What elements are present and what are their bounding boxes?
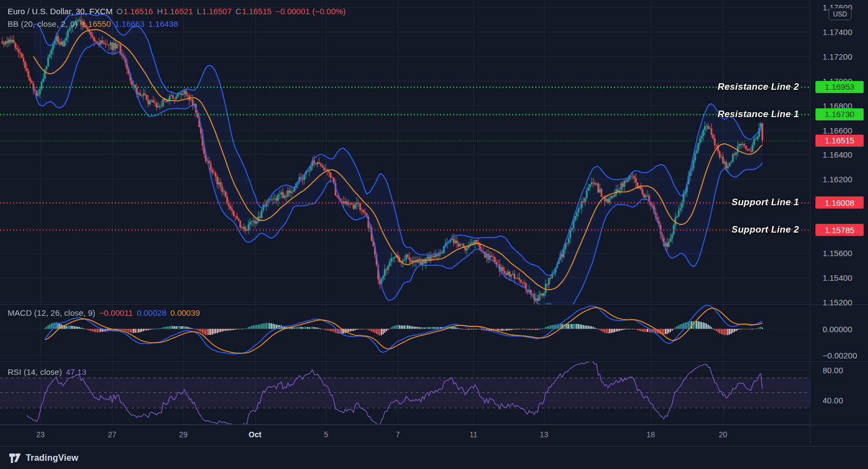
time-tick-label: 13	[540, 430, 548, 439]
level-price-badge: 1.15785	[815, 224, 864, 236]
pane-separator	[811, 361, 868, 362]
time-tick-label: 7	[396, 430, 400, 439]
level-price-badge: 1.16730	[815, 108, 864, 120]
symbol-title: Euro / U.S. Dollar, 30, FXCM	[8, 7, 113, 16]
ohlc-high: H1.16521	[157, 7, 193, 16]
price-axis[interactable]: USD 1.176001.174001.172001.170001.168001…	[810, 0, 868, 446]
level-price-badge: 1.16008	[815, 196, 864, 209]
price-change: −0.00001 (−0.00%)	[275, 7, 345, 16]
price-tick-label: 1.15200	[823, 297, 852, 306]
bb-upper-value: 1.16663	[115, 19, 144, 28]
time-tick-label: 27	[108, 430, 117, 439]
tradingview-chart-widget: Euro / U.S. Dollar, 30, FXCM O1.16516 H1…	[0, 0, 868, 469]
price-tick-label: 1.17200	[823, 52, 852, 61]
time-tick-label: 23	[36, 430, 45, 439]
support-line-label[interactable]: Support Line 1	[732, 197, 799, 208]
ohlc-close: C1.16515	[235, 7, 271, 16]
support-line-label[interactable]: Support Line 2	[732, 224, 799, 235]
brand-name: TradingView	[26, 453, 78, 463]
macd-tick-label: −0.00200	[823, 350, 857, 360]
ohlc-open: O1.16516	[117, 7, 153, 16]
macd-line-value: 0.00028	[137, 308, 166, 317]
bb-lower-value: 1.16438	[148, 19, 178, 28]
rsi-legend[interactable]: RSI (14, close) 47.13	[8, 367, 86, 377]
macd-legend[interactable]: MACD (12, 26, close, 9) −0.00011 0.00028…	[8, 308, 200, 317]
last-price-badge: 1.16515	[815, 135, 864, 147]
tradingview-logo-link[interactable]: TradingView	[9, 452, 78, 464]
rsi-value: 47.13	[66, 367, 86, 377]
time-tick-label: 18	[646, 430, 655, 439]
time-tick-label: 29	[179, 430, 188, 439]
price-tick-label: 1.15600	[823, 248, 852, 257]
time-tick-label: Oct	[248, 430, 261, 439]
pane-separator	[811, 425, 868, 425]
resistance-line-label[interactable]: Resistance Line 2	[717, 82, 799, 92]
price-tick-label: 1.17400	[823, 27, 852, 37]
bb-title: BB (20, close, 2, 0)	[8, 19, 78, 28]
price-tick-label: 1.16200	[823, 175, 852, 184]
price-tick-label: 1.16400	[823, 150, 852, 159]
currency-button[interactable]: USD	[829, 8, 852, 20]
resistance-line-label[interactable]: Resistance Line 1	[717, 109, 799, 120]
time-tick-label: 5	[324, 430, 328, 439]
macd-tick-label: 0.00000	[823, 324, 852, 333]
macd-title: MACD (12, 26, close, 9)	[8, 308, 95, 317]
macd-signal-value: 0.00039	[170, 308, 200, 317]
rsi-title: RSI (14, close)	[8, 367, 62, 377]
bb-basis-value: 1.16550	[82, 19, 111, 28]
symbol-legend[interactable]: Euro / U.S. Dollar, 30, FXCM O1.16516 H1…	[8, 7, 346, 16]
time-tick-label: 20	[719, 430, 727, 439]
level-price-badge: 1.16953	[815, 81, 864, 93]
chart-canvas[interactable]	[0, 0, 810, 425]
price-tick-label: 1.16600	[823, 125, 852, 135]
bb-legend[interactable]: BB (20, close, 2, 0) 1.16550 1.16663 1.1…	[8, 19, 178, 28]
macd-hist-value: −0.00011	[99, 308, 133, 317]
price-tick-label: 1.15400	[823, 273, 852, 282]
tradingview-logo-icon	[9, 452, 21, 464]
rsi-tick-label: 80.00	[823, 366, 843, 375]
time-tick-label: 11	[470, 430, 478, 439]
footer-bar: TradingView	[0, 446, 868, 469]
time-axis[interactable]: 232729Oct5711131820	[0, 425, 868, 446]
rsi-tick-label: 40.00	[823, 395, 843, 404]
ohlc-low: L1.16507	[197, 7, 232, 16]
